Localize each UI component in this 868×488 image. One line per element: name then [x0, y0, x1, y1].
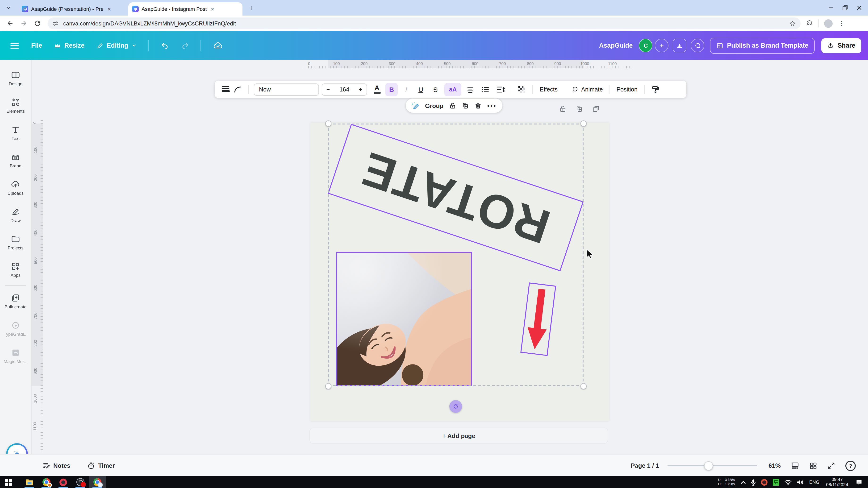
sidebar-item-design[interactable]: Design [0, 65, 31, 92]
browser-menu-icon[interactable]: ⋮ [838, 20, 844, 27]
workspace-name[interactable]: AsapGuide [599, 42, 633, 49]
browser-tab-presentation[interactable]: AsapGuide (Presentation) - Pre ✕ [18, 2, 125, 15]
selection-handle-top-right[interactable] [581, 121, 587, 127]
zoom-slider[interactable] [668, 465, 757, 466]
zoom-slider-thumb[interactable] [704, 461, 713, 470]
add-member-button[interactable]: + [655, 39, 669, 52]
notification-center-icon[interactable] [856, 479, 862, 485]
help-button[interactable]: ? [845, 460, 856, 471]
italic-button[interactable]: I [400, 83, 412, 96]
selection-handle-bottom-left[interactable] [325, 383, 331, 389]
forward-icon[interactable] [20, 20, 27, 27]
browser-tab-instagram-post[interactable]: AsapGuide - Instagram Post ✕ [128, 2, 243, 15]
animate-button[interactable]: Animate [569, 83, 605, 96]
text-case-button[interactable]: aA [444, 83, 461, 96]
extensions-puzzle-icon[interactable] [806, 20, 813, 27]
net-speed-indicator[interactable]: U:3 kB/s D:1 kB/s [718, 478, 735, 486]
share-button[interactable]: Share [822, 38, 861, 53]
taskbar-red-ring-app[interactable] [55, 476, 72, 488]
list-button[interactable] [479, 83, 492, 96]
duplicate-icon[interactable] [462, 102, 469, 109]
lock-icon[interactable] [559, 105, 566, 113]
sidebar-item-typegradient[interactable]: TypeGradi... [0, 315, 31, 342]
sidebar-item-text[interactable]: Text [0, 119, 31, 147]
text-styles-icon[interactable] [219, 83, 231, 96]
spacing-button[interactable] [494, 83, 507, 96]
home-menu-icon[interactable] [10, 42, 19, 49]
font-size-value[interactable]: 164 [339, 86, 349, 93]
tab-close-icon[interactable]: ✕ [107, 6, 111, 11]
tray-expand-chevron-icon[interactable] [741, 480, 746, 484]
group-button[interactable]: Group [425, 102, 443, 109]
position-button[interactable]: Position [614, 83, 640, 96]
sidebar-item-magic-morph[interactable]: Magic Mor... [0, 342, 31, 370]
volume-tray-icon[interactable] [797, 479, 804, 485]
editing-mode-menu[interactable]: Editing [97, 42, 137, 49]
font-select[interactable]: Now [254, 83, 319, 96]
rotate-handle[interactable] [450, 400, 462, 413]
sidebar-item-uploads[interactable]: Uploads [0, 174, 31, 201]
redo-button[interactable] [181, 41, 189, 50]
tab-search-chevron-icon[interactable] [6, 5, 11, 10]
site-info-icon[interactable] [52, 20, 59, 27]
opera-tray-icon[interactable] [761, 479, 768, 485]
back-icon[interactable] [7, 20, 14, 27]
copy-style-roller-icon[interactable] [649, 83, 661, 96]
sidebar-item-bulk-create[interactable]: Bulk create [0, 288, 31, 315]
new-tab-button[interactable]: + [249, 4, 253, 12]
lock-icon[interactable] [449, 102, 456, 109]
profile-avatar[interactable] [824, 19, 833, 28]
language-indicator[interactable]: ENG [809, 480, 819, 485]
window-restore-button[interactable] [838, 2, 852, 13]
resize-menu[interactable]: Resize [55, 42, 85, 49]
font-size-increase[interactable]: + [359, 86, 362, 93]
strikethrough-button[interactable]: S [429, 83, 441, 96]
taskbar-chrome-profile1[interactable] [38, 476, 55, 488]
grid-view-icon[interactable] [809, 462, 817, 469]
undo-button[interactable] [161, 41, 169, 50]
font-size-decrease[interactable]: − [327, 86, 330, 93]
tab-close-icon[interactable]: ✕ [210, 6, 214, 11]
window-minimize-button[interactable] [824, 2, 838, 13]
selection-handle-top-left[interactable] [325, 121, 331, 127]
add-page-icon[interactable] [592, 105, 599, 113]
magic-edit-pencil-icon[interactable] [411, 102, 420, 110]
canvas-workspace[interactable]: 0 100 200 300 400 500 600 700 800 900 10… [32, 60, 868, 454]
selection-handle-bottom-right[interactable] [581, 383, 587, 389]
window-close-button[interactable] [852, 2, 866, 13]
notes-button[interactable]: Notes [42, 462, 70, 469]
start-button[interactable] [0, 476, 17, 488]
timer-button[interactable]: Timer [87, 462, 115, 469]
add-page-button[interactable]: + Add page [309, 428, 608, 444]
sidebar-item-elements[interactable]: Elements [0, 92, 31, 119]
wifi-tray-icon[interactable] [785, 479, 792, 485]
comments-button[interactable] [691, 39, 704, 52]
fullscreen-icon[interactable] [828, 462, 835, 469]
sidebar-item-brand[interactable]: Brand [0, 147, 31, 174]
sidebar-item-projects[interactable]: Projects [0, 229, 31, 256]
url-input[interactable]: canva.com/design/DAGVNLBxLZM/i8mMhM_kwyC… [48, 18, 801, 29]
taskbar-obs[interactable] [72, 476, 89, 488]
presentation-view-icon[interactable] [791, 462, 799, 469]
transparency-button[interactable] [516, 83, 528, 96]
taskbar-chrome-profile2-active[interactable] [89, 476, 106, 488]
file-menu[interactable]: File [31, 42, 42, 49]
delete-trash-icon[interactable] [474, 102, 482, 109]
effects-button[interactable]: Effects [537, 83, 560, 96]
publish-brand-template-button[interactable]: Publish as Brand Template [710, 37, 815, 54]
curve-text-icon[interactable] [231, 83, 244, 96]
bold-button[interactable]: B [385, 83, 398, 96]
microphone-tray-icon[interactable] [751, 479, 756, 485]
text-color-button[interactable]: A [371, 83, 383, 96]
sidebar-item-draw[interactable]: Draw [0, 201, 31, 229]
more-options-button[interactable]: ••• [487, 102, 497, 109]
user-avatar[interactable]: C [639, 39, 652, 52]
sidebar-item-apps[interactable]: Apps [0, 256, 31, 283]
underline-button[interactable]: U [415, 83, 427, 96]
taskbar-file-explorer[interactable] [21, 476, 38, 488]
clock[interactable]: 09:47 08/11/2024 [826, 477, 848, 487]
bookmark-star-icon[interactable] [789, 20, 796, 27]
reload-icon[interactable] [34, 20, 41, 27]
duplicate-page-icon[interactable] [576, 105, 583, 113]
alignment-button[interactable] [464, 83, 476, 96]
